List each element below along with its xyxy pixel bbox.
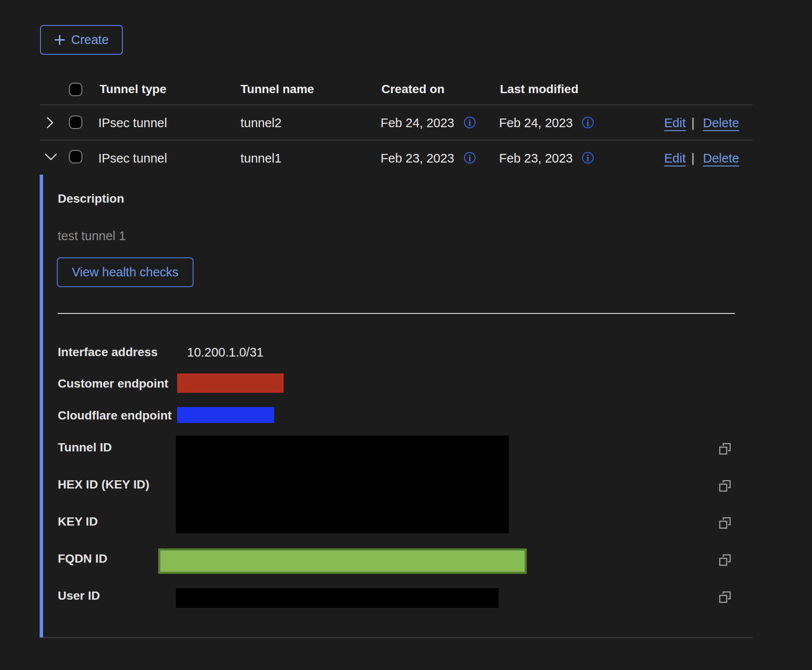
svg-text:i: i	[587, 153, 589, 163]
svg-text:i: i	[587, 118, 589, 128]
svg-text:i: i	[468, 153, 471, 163]
svg-text:i: i	[468, 118, 471, 128]
